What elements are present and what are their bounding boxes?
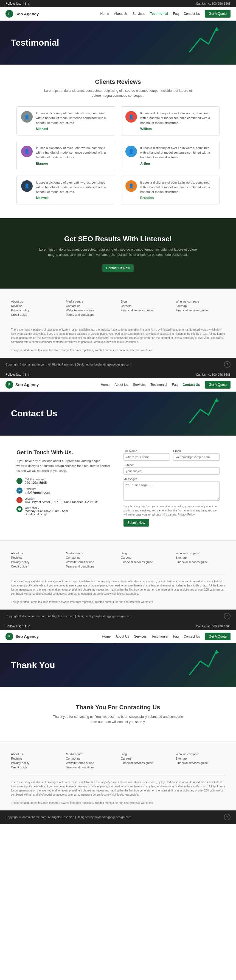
twitter-icon-2[interactable]: t: [25, 373, 26, 377]
footer-col2-4: Who we compare Sitemap Financial service…: [176, 552, 225, 569]
footer-link[interactable]: About us: [11, 300, 60, 303]
footer-link[interactable]: About us: [11, 752, 60, 756]
instagram-icon-3[interactable]: in: [28, 624, 30, 628]
footer-link[interactable]: Reviews: [11, 757, 60, 760]
footer-main-1: About us Reviews Privacy policy Credit g…: [0, 288, 236, 358]
footer-link[interactable]: Blog: [121, 752, 170, 756]
nav3-contact[interactable]: Contact Us: [184, 635, 200, 638]
footer-icon: ?: [224, 361, 231, 368]
footer-link[interactable]: Financial services guide: [121, 309, 170, 312]
get-quote-button-3[interactable]: Get A Quote: [205, 633, 231, 640]
footer-link[interactable]: Website terms of use: [66, 309, 115, 312]
nav-services[interactable]: Services: [133, 12, 145, 16]
footer-bottom-3: Copyright © domainname.com. All Rights R…: [0, 810, 236, 824]
nav2-contact[interactable]: Contact Us: [182, 383, 200, 387]
footer-link[interactable]: Blog: [121, 552, 170, 555]
nav3-faq[interactable]: Faq: [173, 635, 179, 638]
footer-link[interactable]: Credit guide: [11, 766, 60, 769]
footer-link[interactable]: Reviews: [11, 556, 60, 559]
footer-link[interactable]: Careers: [121, 304, 170, 307]
footer-link[interactable]: Terms and conditions: [66, 766, 115, 769]
nav-about[interactable]: About Us: [114, 12, 127, 16]
top-bar: Follow Us: f t in Call Us: +1 800-256-55…: [0, 0, 236, 7]
footer-link[interactable]: Media centre: [66, 300, 115, 303]
footer-link[interactable]: Terms and conditions: [66, 313, 115, 316]
footer-col-2: Media centre Contact us Website terms of…: [66, 300, 115, 317]
nav-home[interactable]: Home: [100, 12, 109, 16]
nav3-testimonial[interactable]: Testimonial: [152, 635, 168, 638]
get-quote-button-2[interactable]: Get A Quote: [205, 381, 231, 388]
footer-link[interactable]: Careers: [121, 757, 170, 760]
footer-link[interactable]: Media centre: [66, 552, 115, 555]
nav2-services[interactable]: Services: [133, 383, 146, 387]
nav2-testimonial[interactable]: Testimonial: [150, 383, 167, 387]
footer-link[interactable]: Sitemap: [176, 304, 225, 307]
nav-contact[interactable]: Contact Us: [184, 12, 200, 16]
footer-link[interactable]: Financial services guide: [176, 309, 225, 312]
footer-link[interactable]: Blog: [121, 300, 170, 303]
phone-label: Call the helpline:: [25, 478, 47, 481]
footer-link[interactable]: Media centre: [66, 752, 115, 756]
nav3-services[interactable]: Services: [134, 635, 147, 638]
fullname-label: Full Name: [124, 449, 170, 453]
nav2-about[interactable]: About Us: [114, 383, 128, 387]
footer-link[interactable]: Who we compare: [176, 552, 225, 555]
nav3-about[interactable]: About Us: [116, 635, 129, 638]
footer-link[interactable]: Financial services guide: [176, 560, 225, 564]
get-quote-button[interactable]: Get A Quote: [205, 10, 231, 18]
messages-input[interactable]: [124, 482, 220, 501]
footer-link[interactable]: Privacy policy: [11, 309, 60, 312]
facebook-icon[interactable]: f: [22, 2, 23, 5]
nav-faq[interactable]: Faq: [173, 12, 179, 16]
review-content: It uses a dictionary of over Latin words…: [36, 111, 111, 131]
footer-link[interactable]: Sitemap: [176, 757, 225, 760]
footer-link[interactable]: Sitemap: [176, 556, 225, 559]
review-text: It uses a dictionary of over Latin words…: [36, 146, 111, 160]
footer-link[interactable]: Careers: [121, 556, 170, 559]
footer-link[interactable]: Terms and conditions: [66, 565, 115, 568]
form-notice: By submitting this form you consent to u…: [124, 504, 220, 517]
review-card: 👤 It uses a dictionary of over Latin wor…: [16, 107, 115, 135]
footer-col2-2: Media centre Contact us Website terms of…: [66, 552, 115, 569]
footer-link[interactable]: Credit guide: [11, 313, 60, 316]
instagram-icon-2[interactable]: in: [28, 373, 30, 377]
top-bar-2: Follow Us: f t in Call Us: +1 800-256-55…: [0, 371, 236, 378]
email-value: info@gmail.com: [25, 490, 50, 495]
footer-link[interactable]: Website terms of use: [66, 761, 115, 765]
email-input[interactable]: [173, 453, 220, 461]
footer-link[interactable]: Contact us: [66, 556, 115, 559]
footer-cols-2: About us Reviews Privacy policy Credit g…: [11, 552, 225, 569]
nav3-home[interactable]: Home: [102, 635, 111, 638]
instagram-icon[interactable]: in: [28, 2, 30, 5]
review-content: It uses a dictionary of over Latin words…: [140, 180, 215, 200]
cta-button[interactable]: Contact Us Now: [102, 264, 134, 272]
footer-link[interactable]: Privacy policy: [11, 560, 60, 564]
footer-link[interactable]: Who we compare: [176, 300, 225, 303]
subject-input[interactable]: [124, 468, 220, 475]
logo-3: R Seo Agency: [5, 633, 39, 640]
footer-link[interactable]: Privacy policy: [11, 761, 60, 765]
footer-link[interactable]: Financial services guide: [121, 560, 170, 564]
footer-link[interactable]: Credit guide: [11, 565, 60, 568]
review-name: Michael: [36, 127, 111, 131]
twitter-icon-3[interactable]: t: [25, 624, 26, 628]
submit-button[interactable]: Submit Now: [124, 519, 149, 527]
logo-icon-3: R: [5, 633, 13, 640]
fullname-input[interactable]: [124, 453, 170, 461]
footer-link[interactable]: About us: [11, 552, 60, 555]
nav-testimonial[interactable]: Testimonial: [150, 12, 168, 16]
footer-link[interactable]: Website terms of use: [66, 560, 115, 564]
facebook-icon-2[interactable]: f: [22, 373, 23, 377]
footer-link[interactable]: Financial services guide: [176, 761, 225, 765]
brand-name-3: Seo Agency: [15, 634, 39, 639]
footer-link[interactable]: Financial services guide: [121, 761, 170, 765]
footer-link[interactable]: Who we compare: [176, 752, 225, 756]
twitter-icon[interactable]: t: [25, 2, 26, 5]
footer-link[interactable]: Contact us: [66, 304, 115, 307]
nav2-faq[interactable]: Faq: [172, 383, 178, 387]
facebook-icon-3[interactable]: f: [22, 624, 23, 628]
contact-location: 📍 Location 1530 Bryant Street (FB 710), …: [16, 497, 112, 503]
footer-link[interactable]: Reviews: [11, 304, 60, 307]
nav2-home[interactable]: Home: [101, 383, 109, 387]
footer-link[interactable]: Contact us: [66, 757, 115, 760]
